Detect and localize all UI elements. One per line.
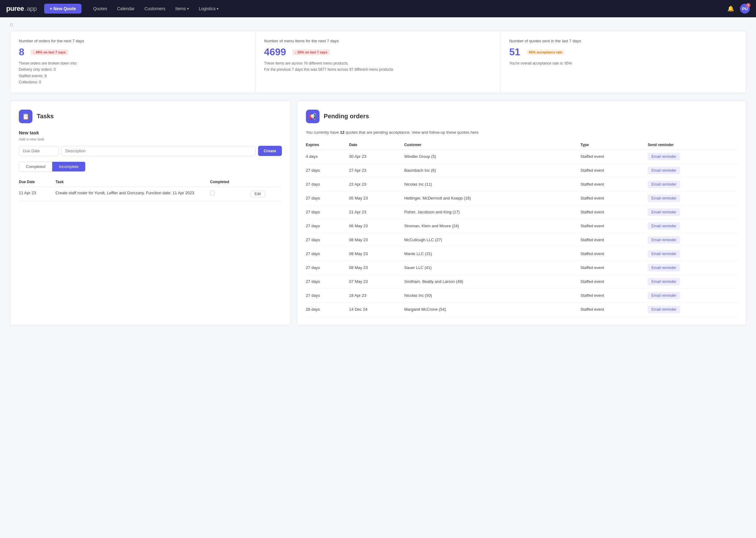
order-customer: Smitham, Beatty and Larson (49) (404, 275, 580, 289)
stat-menu-items-number: 4699 (264, 46, 286, 58)
order-expires: 27 days (306, 177, 349, 191)
navbar: puree.app + New Quote Quotes Calendar Cu… (0, 0, 756, 17)
list-item: 28 days 14 Dec 24 Margaret McCrone (54) … (306, 302, 737, 316)
list-item: 27 days 05 May 23 Hettinger, McDermott a… (306, 191, 737, 205)
nav-link-calendar[interactable]: Calendar (113, 4, 139, 14)
main-content: Number of orders for the next 7 days 8 ↓… (0, 28, 756, 335)
col-type: Type (580, 140, 648, 150)
col-due-date: Due Date (19, 177, 56, 187)
order-date: 07 May 23 (349, 275, 404, 289)
order-date: 08 May 23 (349, 247, 404, 261)
tasks-table: Due Date Task Completed 11 Apr 23 Create… (19, 177, 282, 201)
email-reminder-button[interactable]: Email reminder (648, 167, 680, 174)
order-reminder-cell: Email reminder (648, 219, 737, 233)
order-expires: 27 days (306, 289, 349, 302)
list-item: 27 days 06 May 23 Stroman, Klein and Moo… (306, 219, 737, 233)
order-type: Staffed event (580, 247, 648, 261)
stat-orders: Number of orders for the next 7 days 8 ↓… (10, 31, 255, 93)
order-customer: Margaret McCrone (54) (404, 302, 580, 316)
task-due-date: 11 Apr 23 (19, 187, 56, 201)
order-customer: Nicolas Inc (11) (404, 177, 580, 191)
order-date: 27 Apr 23 (349, 163, 404, 177)
email-reminder-button[interactable]: Email reminder (648, 208, 680, 216)
logo-main: puree (6, 5, 24, 13)
nav-link-quotes[interactable]: Quotes (89, 4, 112, 14)
order-customer: Fisher, Jacobson and King (17) (404, 205, 580, 219)
order-expires: 27 days (306, 233, 349, 247)
order-reminder-cell: Email reminder (648, 163, 737, 177)
order-expires: 27 days (306, 261, 349, 275)
stat-orders-title: Number of orders for the next 7 days (19, 39, 246, 43)
col-task: Task (56, 177, 210, 187)
edit-task-button[interactable]: Edit (250, 190, 265, 197)
task-description: Create staff roster for Yundt, Leffler a… (56, 187, 210, 201)
email-reminder-button[interactable]: Email reminder (648, 236, 680, 244)
new-quote-button[interactable]: + New Quote (44, 4, 81, 14)
order-type: Staffed event (580, 261, 648, 275)
tasks-panel: 📋 Tasks New task Add a new task Create C… (10, 101, 291, 326)
logo[interactable]: puree.app (6, 5, 37, 13)
email-reminder-button[interactable]: Email reminder (648, 222, 680, 230)
email-reminder-button[interactable]: Email reminder (648, 278, 680, 285)
order-date: 08 May 23 (349, 233, 404, 247)
email-reminder-button[interactable]: Email reminder (648, 292, 680, 299)
col-completed: Completed (210, 177, 250, 187)
order-expires: 27 days (306, 247, 349, 261)
tab-completed[interactable]: Completed (19, 162, 52, 171)
nav-link-customers[interactable]: Customers (140, 4, 170, 14)
avatar[interactable]: PU 1 (740, 4, 750, 14)
pending-desc: You currently have 12 quotes that are pe… (306, 130, 737, 134)
col-send-reminder: Send reminder (648, 140, 737, 150)
list-item: 27 days 08 May 23 Mante LLC (31) Staffed… (306, 247, 737, 261)
order-type: Staffed event (580, 163, 648, 177)
stats-row: Number of orders for the next 7 days 8 ↓… (10, 31, 746, 93)
breadcrumb: ⌂ (0, 17, 756, 28)
email-reminder-button[interactable]: Email reminder (648, 194, 680, 202)
order-date: 06 May 23 (349, 219, 404, 233)
pending-panel-header: 📢 Pending orders (306, 110, 737, 123)
logistics-chevron-icon: ▾ (217, 7, 219, 11)
order-type: Staffed event (580, 177, 648, 191)
home-icon[interactable]: ⌂ (10, 22, 13, 27)
create-task-button[interactable]: Create (258, 146, 281, 156)
items-chevron-icon: ▾ (187, 7, 189, 11)
list-item: 27 days 21 Apr 23 Fisher, Jacobson and K… (306, 205, 737, 219)
due-date-input[interactable] (19, 146, 59, 156)
email-reminder-button[interactable]: Email reminder (648, 153, 680, 160)
task-form: Create (19, 146, 282, 156)
order-date: 18 Apr 23 (349, 289, 404, 302)
col-expires: Expires (306, 140, 349, 150)
email-reminder-button[interactable]: Email reminder (648, 250, 680, 258)
pending-table: Expires Date Customer Type Send reminder… (306, 140, 737, 317)
col-date: Date (349, 140, 404, 150)
order-expires: 27 days (306, 205, 349, 219)
nav-link-items[interactable]: Items ▾ (171, 4, 193, 14)
order-reminder-cell: Email reminder (648, 177, 737, 191)
nav-links: Quotes Calendar Customers Items ▾ Logist… (89, 4, 718, 14)
order-reminder-cell: Email reminder (648, 233, 737, 247)
order-expires: 27 days (306, 275, 349, 289)
order-expires: 28 days (306, 302, 349, 316)
list-item: 27 days 08 May 23 Sauer LLC (41) Staffed… (306, 261, 737, 275)
notifications-bell-icon[interactable]: 🔔 (726, 4, 735, 14)
stat-orders-number: 8 (19, 46, 25, 58)
order-customer: Hettinger, McDermott and Koepp (16) (404, 191, 580, 205)
order-date: 30 Apr 23 (349, 149, 404, 163)
col-customer: Customer (404, 140, 580, 150)
nav-link-logistics[interactable]: Logistics ▾ (194, 4, 223, 14)
list-item: 27 days 27 Apr 23 Baumbach Inc (6) Staff… (306, 163, 737, 177)
email-reminder-button[interactable]: Email reminder (648, 264, 680, 271)
stat-quotes-number: 51 (509, 46, 521, 58)
stat-menu-items: Number of menu items for the next 7 days… (255, 31, 500, 93)
order-customer: Baumbach Inc (6) (404, 163, 580, 177)
tab-incomplete[interactable]: Incomplete (52, 162, 85, 171)
task-checkbox[interactable] (210, 190, 215, 195)
stat-orders-badge: ↓ 38% on last 7 says (30, 49, 68, 55)
email-reminder-button[interactable]: Email reminder (648, 181, 680, 188)
email-reminder-button[interactable]: Email reminder (648, 306, 680, 313)
pending-orders-panel: 📢 Pending orders You currently have 12 q… (297, 101, 746, 326)
description-input[interactable] (62, 146, 256, 156)
order-type: Staffed event (580, 219, 648, 233)
order-type: Staffed event (580, 191, 648, 205)
order-type: Staffed event (580, 289, 648, 302)
